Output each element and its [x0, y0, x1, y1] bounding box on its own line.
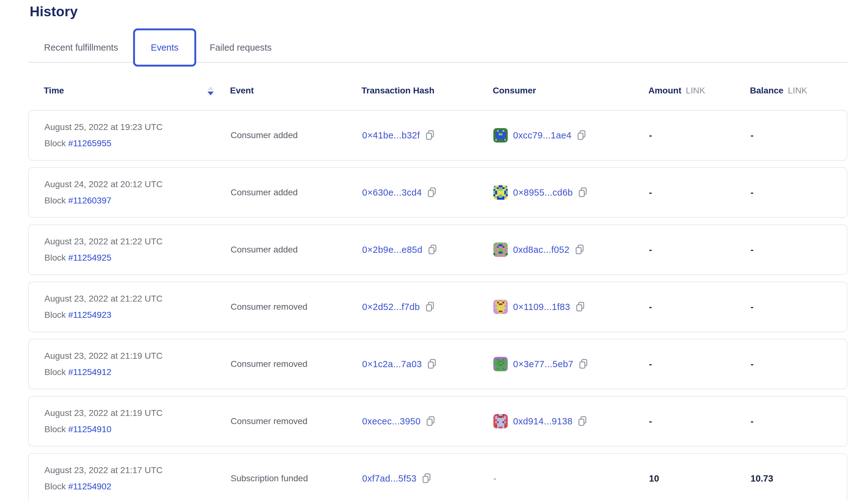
block-label: Block	[44, 196, 66, 205]
table-row: August 23, 2022 at 21:19 UTC Block #1125…	[28, 396, 847, 446]
table-row: August 23, 2022 at 21:19 UTC Block #1125…	[28, 339, 847, 389]
block-label: Block	[44, 367, 66, 377]
event-timestamp: August 23, 2022 at 21:17 UTC	[44, 466, 231, 475]
event-type-label: Consumer removed	[231, 416, 362, 426]
event-type-label: Consumer added	[231, 130, 362, 140]
transaction-hash-link[interactable]: 0xecec...3950	[362, 416, 421, 427]
event-timestamp: August 23, 2022 at 21:22 UTC	[44, 294, 231, 303]
balance-value: -	[751, 302, 847, 312]
block-number-link[interactable]: #11260397	[68, 196, 111, 205]
copy-icon[interactable]	[425, 130, 435, 141]
consumer-address-link[interactable]: 0×3e77...5eb7	[513, 359, 573, 370]
transaction-hash-link[interactable]: 0×2d52...f7db	[362, 302, 420, 312]
table-row: August 23, 2022 at 21:22 UTC Block #1125…	[28, 282, 847, 332]
table-row: August 25, 2022 at 19:23 UTC Block #1126…	[28, 110, 847, 161]
block-number-link[interactable]: #11254923	[68, 310, 111, 320]
transaction-hash-link[interactable]: 0×2b9e...e85d	[362, 245, 422, 255]
event-timestamp: August 23, 2022 at 21:22 UTC	[44, 237, 231, 246]
copy-icon[interactable]	[426, 359, 437, 370]
event-timestamp: August 25, 2022 at 19:23 UTC	[44, 123, 231, 132]
block-label: Block	[44, 253, 66, 262]
tab-failed-requests[interactable]: Failed requests	[210, 43, 272, 53]
transaction-hash-cell: 0×41be...b32f	[362, 130, 493, 141]
event-type-label: Subscription funded	[231, 474, 362, 484]
block-label: Block	[44, 424, 66, 434]
amount-value: -	[649, 416, 751, 427]
copy-icon[interactable]	[425, 301, 435, 312]
consumer-address-link[interactable]: 0xd914...9138	[513, 416, 572, 427]
consumer-avatar-icon	[493, 242, 508, 257]
transaction-hash-link[interactable]: 0×1c2a...7a03	[362, 359, 422, 370]
time-header-label: Time	[44, 86, 64, 95]
consumer-avatar-icon	[493, 414, 508, 429]
tab-recent-fulfillments[interactable]: Recent fulfillments	[44, 43, 118, 53]
consumer-cell: 0×3e77...5eb7	[493, 357, 649, 371]
transaction-hash-cell: 0×630e...3cd4	[362, 187, 493, 198]
event-timestamp: August 24, 2022 at 20:12 UTC	[44, 180, 231, 189]
column-header-consumer: Consumer	[493, 86, 648, 95]
transaction-hash-link[interactable]: 0×41be...b32f	[362, 130, 420, 141]
consumer-avatar-icon	[493, 357, 508, 371]
consumer-address-link[interactable]: 0xcc79...1ae4	[513, 130, 571, 141]
consumer-cell: 0xd8ac...f052	[493, 242, 649, 257]
consumer-cell: - -	[493, 474, 649, 484]
block-number-link[interactable]: #11265955	[68, 138, 111, 148]
copy-icon[interactable]	[426, 187, 437, 198]
tab-events[interactable]: Events	[133, 29, 196, 67]
transaction-hash-cell: 0×1c2a...7a03	[362, 359, 493, 370]
amount-value: -	[649, 130, 751, 141]
column-header-balance: BalanceLINK	[750, 86, 847, 95]
consumer-cell: 0×1109...1f83	[493, 300, 649, 314]
transaction-hash-cell: 0×2d52...f7db	[362, 301, 493, 312]
time-cell: August 23, 2022 at 21:19 UTC Block #1125…	[44, 409, 231, 434]
amount-value: -	[649, 359, 751, 370]
balance-value: -	[751, 130, 847, 141]
sort-descending-icon[interactable]	[207, 86, 214, 95]
block-label: Block	[44, 310, 66, 320]
amount-header-label: Amount	[648, 86, 682, 95]
sort-down-arrow	[207, 92, 214, 95]
tab-bar: Recent fulfillments Events Failed reques…	[28, 28, 847, 67]
transaction-hash-cell: 0xf7ad...5f53	[362, 473, 493, 484]
consumer-cell: 0xd914...9138	[493, 414, 649, 429]
block-number-link[interactable]: #11254925	[68, 253, 111, 262]
table-header-row: Time Event Transaction Hash Consumer Amo…	[28, 84, 847, 97]
sort-up-arrow	[207, 86, 214, 90]
copy-icon[interactable]	[427, 244, 438, 255]
time-cell: August 23, 2022 at 21:22 UTC Block #1125…	[44, 294, 231, 319]
block-number-link[interactable]: #11254902	[68, 481, 111, 491]
transaction-hash-link[interactable]: 0×630e...3cd4	[362, 188, 422, 198]
amount-unit-label: LINK	[686, 86, 705, 95]
copy-icon[interactable]	[577, 416, 588, 427]
block-number-link[interactable]: #11254910	[68, 424, 111, 434]
copy-icon[interactable]	[575, 301, 585, 312]
copy-icon[interactable]	[578, 359, 589, 370]
amount-value: -	[649, 188, 751, 198]
block-label: Block	[44, 481, 66, 491]
table-row: August 24, 2022 at 20:12 UTC Block #1126…	[28, 167, 847, 218]
balance-value: -	[751, 359, 847, 370]
time-cell: August 23, 2022 at 21:19 UTC Block #1125…	[44, 352, 231, 377]
page-title: History	[30, 0, 847, 19]
event-rows-list: August 25, 2022 at 19:23 UTC Block #1126…	[28, 110, 847, 500]
copy-icon[interactable]	[421, 473, 432, 484]
column-header-transaction-hash: Transaction Hash	[362, 86, 493, 95]
amount-value: -	[649, 245, 751, 255]
balance-value: -	[751, 188, 847, 198]
consumer-address-link[interactable]: 0×1109...1f83	[513, 302, 570, 312]
history-panel: History Recent fulfillments Events Faile…	[28, 0, 847, 500]
consumer-address-link[interactable]: 0xd8ac...f052	[513, 245, 570, 255]
transaction-hash-link[interactable]: 0xf7ad...5f53	[362, 474, 416, 484]
block-number-link[interactable]: #11254912	[68, 367, 111, 377]
copy-icon[interactable]	[578, 187, 588, 198]
column-header-amount: AmountLINK	[648, 86, 750, 95]
table-row: August 23, 2022 at 21:22 UTC Block #1125…	[28, 224, 847, 275]
amount-value: 10	[649, 474, 751, 484]
balance-value: 10.73	[751, 474, 847, 484]
consumer-cell: 0×8955...cd6b	[493, 185, 649, 200]
copy-icon[interactable]	[425, 416, 436, 427]
copy-icon[interactable]	[576, 130, 587, 141]
consumer-address-link[interactable]: 0×8955...cd6b	[513, 188, 573, 198]
copy-icon[interactable]	[574, 244, 585, 255]
event-type-label: Consumer added	[231, 188, 362, 197]
